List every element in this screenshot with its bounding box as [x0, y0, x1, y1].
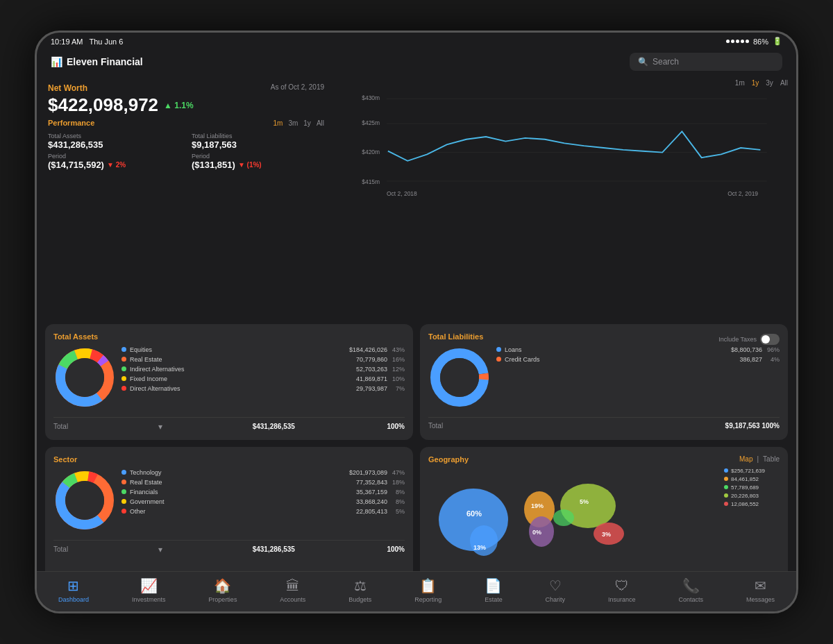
- chart-filter-3y[interactable]: 3y: [766, 79, 773, 87]
- sector-card-title: Sector: [53, 455, 405, 464]
- left-panel: Net Worth As of Oct 2, 2019 $422,098,972…: [37, 76, 335, 319]
- geo-legend-item-3: 57,789,689: [724, 484, 780, 491]
- legend-item-indirect: Indirect Alternatives 52,703,263 12%: [121, 366, 405, 373]
- legend-item-financials: Financials 35,367,159 8%: [121, 489, 405, 495]
- geo-legend-item-2: 84,461,852: [724, 476, 780, 482]
- app-title: 📊 Eleven Financial: [51, 56, 143, 67]
- legend-item-equities: Equities $184,426,026 43%: [121, 346, 405, 353]
- total-assets-stat: Total Assets $431,286,535: [48, 133, 180, 150]
- filter-1m[interactable]: 1m: [274, 119, 283, 127]
- properties-icon: 🏠: [214, 577, 231, 594]
- liabilities-header: Total Liabilities Include Taxes: [428, 332, 780, 346]
- chart-container: $430m $425m $420m $415m Oct 2, 2018: [341, 92, 788, 316]
- chart-icon: 📊: [51, 56, 62, 67]
- total-liabilities-legend: Loans $8,800,736 96% Credit Cards 386,82…: [496, 346, 780, 366]
- nav-reporting[interactable]: 📋 Reporting: [414, 577, 441, 603]
- period-assets-change: ▼ 2%: [107, 161, 126, 169]
- map-svg: 60% 13% 0% 19% 5%: [428, 468, 650, 565]
- svg-text:Oct 2, 2018: Oct 2, 2018: [387, 190, 417, 197]
- legend-item-sector-re: Real Estate 77,352,843 18%: [121, 479, 405, 486]
- status-right: 86% 🔋: [726, 37, 782, 46]
- nav-insurance-label: Insurance: [608, 596, 636, 603]
- bottom-nav: ⊞ Dashboard 📈 Investments 🏠 Properties 🏛…: [37, 571, 796, 611]
- reporting-icon: 📋: [419, 577, 437, 594]
- svg-text:Oct 2, 2019: Oct 2, 2019: [727, 190, 758, 197]
- total-assets-donut: [53, 346, 116, 412]
- geo-legend-item-4: 20,226,803: [724, 493, 780, 499]
- svg-text:0%: 0%: [532, 529, 541, 536]
- search-placeholder: Search: [653, 57, 679, 67]
- taxes-toggle[interactable]: [760, 334, 780, 345]
- net-worth-value: $422,098,972 ▲ 1.1%: [48, 94, 324, 116]
- net-worth-label: Net Worth: [48, 83, 87, 93]
- nav-messages-label: Messages: [746, 596, 775, 603]
- nav-dashboard[interactable]: ⊞ Dashboard: [58, 577, 89, 603]
- geo-tab-map[interactable]: Map: [739, 455, 752, 463]
- nav-charity[interactable]: ♡ Charity: [546, 577, 566, 603]
- geo-header: Geography Map | Table: [428, 455, 780, 464]
- nav-charity-label: Charity: [546, 596, 566, 603]
- total-liabilities-card: Total Liabilities Include Taxes: [420, 324, 788, 440]
- geo-legend-item-1: $256,721,639: [724, 468, 780, 474]
- nav-estate[interactable]: 📄 Estate: [485, 577, 503, 603]
- total-assets-card-title: Total Assets: [53, 332, 405, 341]
- nav-properties[interactable]: 🏠 Properties: [208, 577, 237, 603]
- chart-filter-all[interactable]: All: [780, 79, 788, 87]
- status-time: 10:19 AM Thu Jun 6: [51, 37, 123, 46]
- svg-text:60%: 60%: [466, 509, 482, 518]
- svg-text:3%: 3%: [602, 531, 611, 538]
- total-liabilities-footer: Total $9,187,563 100%: [428, 417, 780, 430]
- performance-chart: $430m $425m $420m $415m Oct 2, 2018: [341, 92, 788, 203]
- filter-all[interactable]: All: [317, 119, 324, 127]
- total-assets-legend: Equities $184,426,026 43% Real Estate 70…: [121, 346, 405, 395]
- period-assets-value: ($14,715,592) ▼ 2%: [48, 160, 180, 170]
- accounts-icon: 🏛: [286, 578, 300, 594]
- nav-budgets-label: Budgets: [348, 596, 371, 603]
- sector-card: Sector: [45, 447, 413, 572]
- charity-icon: ♡: [549, 577, 562, 594]
- chart-filter-1y[interactable]: 1y: [752, 79, 759, 87]
- sector-legend: Technology $201,973,089 47% Real Estate …: [121, 469, 405, 518]
- svg-text:$415m: $415m: [362, 178, 380, 185]
- nav-investments[interactable]: 📈 Investments: [132, 577, 166, 603]
- status-bar: 10:19 AM Thu Jun 6 86% 🔋: [37, 33, 796, 50]
- period-assets-label: Period: [48, 153, 180, 160]
- nav-accounts-label: Accounts: [280, 596, 305, 603]
- main-content: Net Worth As of Oct 2, 2019 $422,098,972…: [37, 76, 796, 319]
- period-liabilities-stat: Period ($131,851) ▼ (1%): [192, 153, 324, 170]
- top-bar: 📊 Eleven Financial 🔍 Search: [37, 50, 796, 76]
- total-liabilities-donut: [428, 346, 491, 412]
- legend-item-loans: Loans $8,800,736 96%: [496, 346, 780, 353]
- total-assets-label: Total Assets: [48, 133, 180, 139]
- filter-3m[interactable]: 3m: [288, 119, 298, 127]
- nav-estate-label: Estate: [485, 596, 503, 603]
- total-assets-value: $431,286,535: [48, 139, 180, 150]
- performance-label: Performance: [48, 119, 94, 127]
- filter-1y[interactable]: 1y: [303, 119, 311, 127]
- battery-icon: 🔋: [773, 37, 782, 46]
- svg-text:$420m: $420m: [362, 149, 380, 155]
- net-worth-header: Net Worth As of Oct 2, 2019: [48, 83, 324, 93]
- geography-title: Geography: [428, 455, 469, 464]
- nav-accounts[interactable]: 🏛 Accounts: [280, 578, 305, 603]
- device-frame: 10:19 AM Thu Jun 6 86% 🔋 📊 Eleven Financ…: [35, 31, 798, 613]
- geo-tab-table[interactable]: Table: [763, 455, 780, 463]
- chart-filter-1m[interactable]: 1m: [735, 79, 745, 87]
- right-panel: 1m 1y 3y All $430m $425m $420m $415m: [335, 76, 796, 319]
- performance-header: Performance 1m 3m 1y All: [48, 119, 324, 127]
- nav-contacts[interactable]: 📞 Contacts: [679, 577, 704, 603]
- period-assets-stat: Period ($14,715,592) ▼ 2%: [48, 153, 180, 170]
- total-liabilities-stat: Total Liabilities $9,187,563: [192, 133, 324, 150]
- legend-item-tech: Technology $201,973,089 47%: [121, 469, 405, 476]
- search-bar[interactable]: 🔍 Search: [630, 53, 782, 71]
- total-liabilities-content: Loans $8,800,736 96% Credit Cards 386,82…: [428, 346, 780, 412]
- nav-budgets[interactable]: ⚖ Budgets: [348, 577, 371, 603]
- nav-insurance[interactable]: 🛡 Insurance: [608, 578, 636, 603]
- search-icon: 🔍: [638, 57, 648, 67]
- screen: 10:19 AM Thu Jun 6 86% 🔋 📊 Eleven Financ…: [37, 33, 796, 611]
- legend-item-gov: Government 33,868,240 8%: [121, 498, 405, 505]
- svg-point-19: [440, 358, 479, 397]
- nav-messages[interactable]: ✉ Messages: [746, 577, 775, 603]
- svg-point-38: [553, 509, 574, 526]
- signal-icon: [726, 40, 749, 43]
